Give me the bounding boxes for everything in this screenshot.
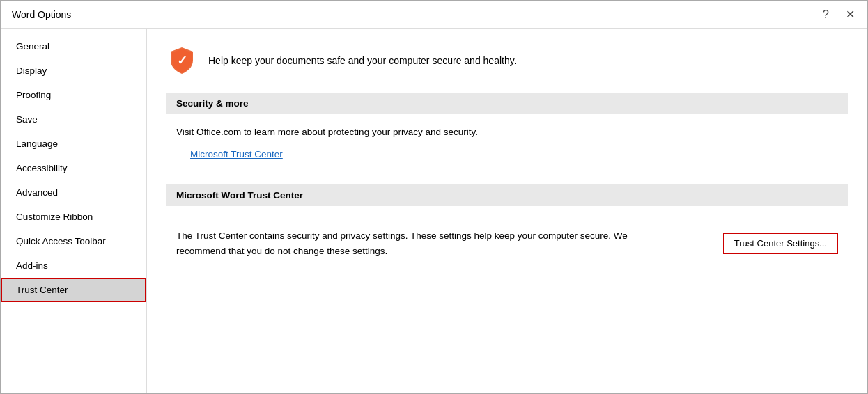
main-content: ✓ Help keep your documents safe and your… bbox=[147, 29, 867, 393]
sidebar-item-general[interactable]: General bbox=[1, 34, 146, 58]
svg-text:✓: ✓ bbox=[177, 54, 187, 68]
trust-center-settings-button[interactable]: Trust Center Settings... bbox=[723, 233, 838, 254]
title-bar-controls: ? ✕ bbox=[819, 6, 859, 22]
shield-icon: ✓ bbox=[166, 45, 197, 76]
sidebar: General Display Proofing Save Language A… bbox=[1, 29, 147, 393]
trust-center-text: The Trust Center contains security and p… bbox=[176, 228, 664, 258]
word-options-dialog: Word Options ? ✕ General Display Proofin… bbox=[0, 0, 868, 394]
trust-center-section: Microsoft Word Trust Center The Trust Ce… bbox=[166, 184, 848, 269]
sidebar-item-language[interactable]: Language bbox=[1, 132, 146, 156]
sidebar-item-add-ins[interactable]: Add-ins bbox=[1, 253, 146, 278]
dialog-title: Word Options bbox=[12, 9, 71, 20]
security-section-header: Security & more bbox=[166, 93, 848, 114]
sidebar-item-customize-ribbon[interactable]: Customize Ribbon bbox=[1, 205, 146, 229]
close-button[interactable]: ✕ bbox=[842, 6, 859, 22]
microsoft-trust-center-link[interactable]: Microsoft Trust Center bbox=[190, 149, 283, 159]
title-bar: Word Options ? ✕ bbox=[1, 1, 867, 29]
sidebar-item-advanced[interactable]: Advanced bbox=[1, 180, 146, 205]
sidebar-item-trust-center[interactable]: Trust Center bbox=[1, 278, 146, 302]
content-area: General Display Proofing Save Language A… bbox=[1, 29, 867, 393]
sidebar-item-save[interactable]: Save bbox=[1, 107, 146, 132]
title-bar-left: Word Options bbox=[12, 9, 71, 20]
trust-center-section-body: The Trust Center contains security and p… bbox=[166, 217, 848, 269]
sidebar-item-accessibility[interactable]: Accessibility bbox=[1, 156, 146, 180]
hero-text: Help keep your documents safe and your c… bbox=[208, 55, 517, 66]
security-section: Security & more Visit Office.com to lear… bbox=[166, 93, 848, 179]
help-button[interactable]: ? bbox=[819, 7, 833, 22]
trust-center-section-header: Microsoft Word Trust Center bbox=[166, 184, 848, 206]
hero-section: ✓ Help keep your documents safe and your… bbox=[166, 45, 848, 76]
security-section-body: Visit Office.com to learn more about pro… bbox=[166, 125, 848, 179]
security-section-text: Visit Office.com to learn more about pro… bbox=[176, 125, 838, 139]
sidebar-item-proofing[interactable]: Proofing bbox=[1, 83, 146, 107]
sidebar-item-quick-access-toolbar[interactable]: Quick Access Toolbar bbox=[1, 229, 146, 253]
sidebar-item-display[interactable]: Display bbox=[1, 58, 146, 83]
